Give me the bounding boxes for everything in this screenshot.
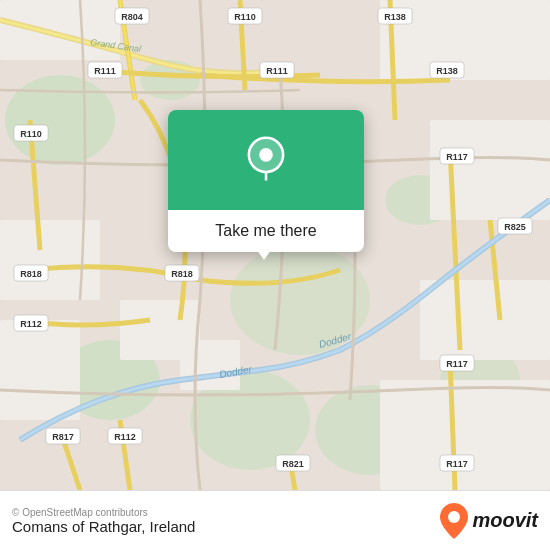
bottom-bar: © OpenStreetMap contributors Comans of R…	[0, 490, 550, 550]
svg-rect-14	[420, 280, 550, 360]
location-name: Comans of Rathgar, Ireland	[12, 518, 195, 535]
svg-text:R138: R138	[436, 66, 458, 76]
svg-text:R117: R117	[446, 359, 468, 369]
svg-text:R112: R112	[114, 432, 136, 442]
moovit-logo: moovit	[440, 503, 538, 539]
svg-rect-12	[0, 220, 100, 300]
take-me-there-button[interactable]: Take me there	[184, 222, 348, 240]
svg-point-58	[448, 511, 460, 523]
svg-rect-11	[430, 120, 550, 220]
svg-text:R110: R110	[20, 129, 42, 139]
popup-tail	[254, 246, 274, 260]
svg-text:R804: R804	[121, 12, 143, 22]
svg-text:R818: R818	[20, 269, 42, 279]
svg-text:R818: R818	[171, 269, 193, 279]
moovit-pin-icon	[440, 503, 468, 539]
svg-rect-9	[0, 0, 120, 60]
popup-card: Take me there	[168, 110, 364, 252]
svg-rect-17	[180, 340, 240, 390]
svg-rect-15	[380, 380, 550, 490]
svg-point-57	[259, 148, 273, 162]
svg-text:R111: R111	[266, 66, 288, 76]
svg-text:R817: R817	[52, 432, 74, 442]
svg-text:R138: R138	[384, 12, 406, 22]
svg-text:R825: R825	[504, 222, 526, 232]
popup-green-area	[168, 110, 364, 210]
map-container: R804 R110 R138 R111 R111 R138 R110 R117 …	[0, 0, 550, 490]
svg-text:R821: R821	[282, 459, 304, 469]
osm-attribution: © OpenStreetMap contributors	[12, 507, 195, 518]
svg-rect-13	[0, 320, 80, 420]
moovit-brand-text: moovit	[472, 509, 538, 532]
svg-text:R117: R117	[446, 152, 468, 162]
svg-text:R117: R117	[446, 459, 468, 469]
bottom-left: © OpenStreetMap contributors Comans of R…	[12, 507, 195, 535]
svg-point-1	[5, 75, 115, 165]
svg-text:R112: R112	[20, 319, 42, 329]
svg-text:R111: R111	[94, 66, 116, 76]
svg-text:R110: R110	[234, 12, 256, 22]
location-pin-icon	[242, 136, 290, 184]
